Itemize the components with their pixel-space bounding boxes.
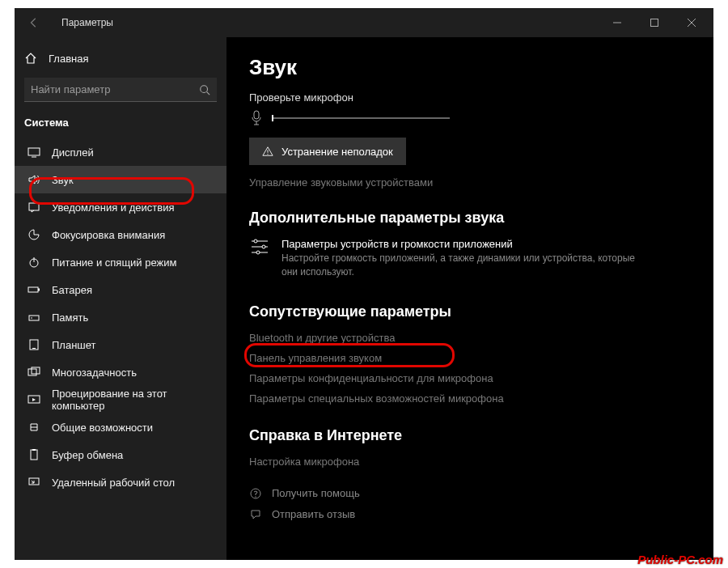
help-link-mic-setup[interactable]: Настройка микрофона — [249, 456, 691, 468]
svg-rect-1 — [651, 19, 658, 27]
related-link-bluetooth[interactable]: Bluetooth и другие устройства — [249, 332, 691, 344]
window-title: Параметры — [61, 17, 113, 28]
svg-rect-18 — [31, 450, 37, 460]
app-volume-link[interactable]: Параметры устройств и громкости приложен… — [249, 238, 691, 279]
related-links: Bluetooth и другие устройства Панель упр… — [249, 332, 691, 405]
tablet-icon — [28, 338, 40, 351]
sidebar-item-remote[interactable]: Удаленный рабочий стол — [15, 468, 226, 496]
search-icon — [199, 84, 210, 95]
search-input[interactable] — [31, 83, 199, 95]
app-volume-title: Параметры устройств и громкости приложен… — [281, 238, 637, 250]
related-title: Сопутствующие параметры — [249, 303, 691, 320]
sidebar-home-label: Главная — [49, 53, 88, 65]
sidebar-item-label: Звук — [52, 174, 74, 186]
watermark: Public-PC.com — [637, 553, 723, 566]
sidebar-item-project[interactable]: Проецирование на этот компьютер — [15, 386, 226, 413]
footer-links: Получить помощь Отправить отзыв — [249, 487, 691, 521]
page-title: Звук — [249, 55, 691, 80]
svg-rect-21 — [254, 111, 259, 119]
svg-rect-16 — [32, 367, 40, 374]
related-link-mic-privacy[interactable]: Параметры конфиденциальности для микрофо… — [249, 372, 691, 384]
svg-rect-19 — [32, 449, 36, 451]
related-link-mic-ease[interactable]: Параметры специальных возможностей микро… — [249, 392, 691, 405]
multitask-icon — [28, 366, 40, 379]
warning-icon — [262, 146, 273, 157]
svg-point-29 — [256, 251, 260, 254]
sidebar-item-notifications[interactable]: Уведомления и действия — [15, 193, 226, 221]
sidebar-item-label: Планшет — [52, 339, 96, 351]
svg-rect-4 — [28, 148, 40, 155]
svg-point-31 — [255, 496, 256, 497]
remote-icon — [28, 476, 40, 489]
search-box[interactable] — [24, 78, 217, 102]
sidebar: Главная Система Дисплей — [15, 37, 226, 560]
minimize-button[interactable] — [599, 8, 636, 37]
mic-test-row — [249, 110, 691, 126]
related-link-sound-panel[interactable]: Панель управления звуком — [249, 352, 691, 364]
display-icon — [28, 146, 40, 159]
svg-rect-15 — [28, 369, 36, 375]
troubleshoot-label: Устранение неполадок — [281, 146, 393, 158]
feedback-link[interactable]: Отправить отзыв — [249, 508, 691, 521]
sidebar-item-multitask[interactable]: Многозадачность — [15, 358, 226, 386]
main-content: Звук Проверьте микрофон Устранение непол… — [226, 37, 713, 560]
sidebar-item-home[interactable]: Главная — [15, 45, 226, 71]
sidebar-item-label: Многозадачность — [52, 367, 137, 379]
mic-level-bar — [272, 117, 450, 119]
sidebar-item-tablet[interactable]: Планшет — [15, 331, 226, 358]
troubleshoot-button[interactable]: Устранение неполадок — [249, 138, 406, 165]
svg-point-2 — [201, 85, 208, 92]
mic-test-label: Проверьте микрофон — [249, 91, 691, 104]
get-help-link[interactable]: Получить помощь — [249, 487, 691, 500]
sidebar-section-title: Система — [15, 113, 226, 138]
sidebar-item-battery[interactable]: Батарея — [15, 276, 226, 303]
sidebar-item-focus[interactable]: Фокусировка внимания — [15, 221, 226, 248]
svg-rect-11 — [29, 316, 39, 320]
settings-window: Параметры Главная — [15, 8, 713, 560]
focus-icon — [28, 228, 40, 241]
sidebar-item-power[interactable]: Питание и спящий режим — [15, 248, 226, 276]
microphone-icon — [249, 110, 264, 126]
sidebar-item-clipboard[interactable]: Буфер обмена — [15, 441, 226, 468]
svg-line-3 — [207, 91, 210, 95]
svg-point-27 — [254, 239, 257, 243]
help-icon — [249, 487, 262, 500]
storage-icon — [28, 311, 40, 324]
project-icon — [28, 393, 40, 406]
back-button[interactable] — [19, 8, 49, 37]
sidebar-item-shared[interactable]: Общие возможности — [15, 413, 226, 441]
sidebar-item-display[interactable]: Дисплей — [15, 138, 226, 166]
sidebar-item-label: Дисплей — [52, 146, 94, 159]
get-help-label: Получить помощь — [272, 487, 360, 499]
sidebar-item-label: Фокусировка внимания — [52, 229, 165, 241]
clipboard-icon — [28, 448, 40, 461]
notification-icon — [28, 201, 40, 214]
titlebar: Параметры — [15, 8, 713, 37]
feedback-label: Отправить отзыв — [272, 508, 355, 520]
manage-devices-link[interactable]: Управление звуковыми устройствами — [249, 176, 691, 189]
maximize-button[interactable] — [636, 8, 673, 37]
sidebar-item-label: Общие возможности — [52, 422, 153, 434]
sidebar-item-storage[interactable]: Память — [15, 303, 226, 331]
sidebar-item-label: Буфер обмена — [52, 449, 123, 461]
feedback-icon — [249, 508, 262, 521]
svg-point-28 — [262, 245, 265, 248]
svg-rect-9 — [28, 287, 38, 292]
help-title: Справка в Интернете — [249, 427, 691, 444]
app-volume-desc: Настройте громкость приложений, а также … — [281, 252, 637, 279]
svg-rect-10 — [38, 289, 40, 291]
sidebar-item-label: Питание и спящий режим — [52, 256, 176, 269]
sidebar-item-label: Память — [52, 312, 88, 324]
sidebar-item-label: Уведомления и действия — [52, 201, 175, 214]
sidebar-item-label: Батарея — [52, 284, 92, 296]
home-icon — [24, 52, 37, 65]
sidebar-nav: Дисплей Звук Уведомления и действия — [15, 138, 226, 496]
help-links: Настройка микрофона — [249, 456, 691, 468]
sidebar-item-label: Проецирование на этот компьютер — [52, 388, 214, 412]
svg-rect-6 — [29, 203, 39, 210]
sidebar-item-sound[interactable]: Звук — [15, 166, 226, 193]
sidebar-item-label: Удаленный рабочий стол — [52, 477, 175, 489]
svg-point-12 — [31, 317, 32, 319]
close-button[interactable] — [673, 8, 710, 37]
advanced-title: Дополнительные параметры звука — [249, 210, 691, 227]
